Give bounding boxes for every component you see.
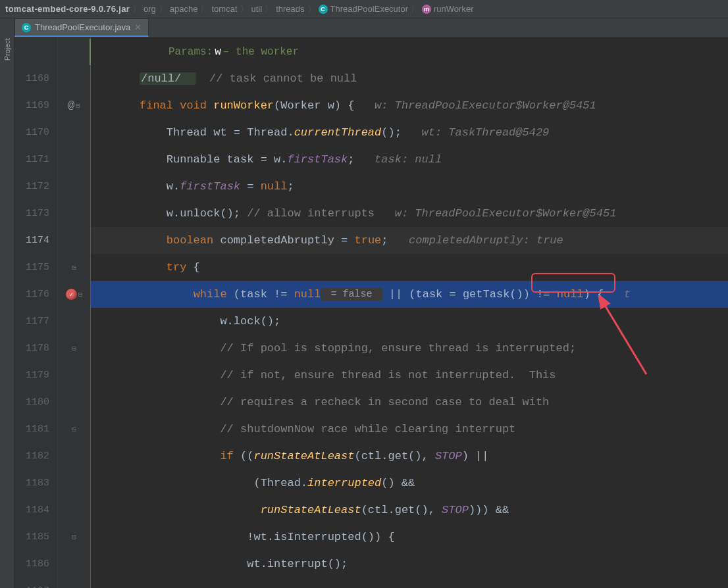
gutter-row[interactable] bbox=[58, 497, 90, 524]
chevron-right-icon: 〉 bbox=[306, 3, 317, 15]
breadcrumb-class-label: ThreadPoolExecutor bbox=[330, 4, 409, 14]
line-number[interactable]: 1185 bbox=[14, 524, 57, 551]
override-icon[interactable]: @ bbox=[68, 99, 74, 112]
breadcrumb-nav[interactable]: tomcat-embed-core-9.0.76.jar 〉 org 〉 apa… bbox=[0, 0, 728, 18]
breadcrumb-method-label: runWorker bbox=[434, 4, 473, 14]
editor-tabbar: C ThreadPoolExecutor.java ✕ bbox=[14, 18, 728, 37]
project-label: Project bbox=[3, 38, 11, 61]
fold-icon[interactable]: ⊟ bbox=[78, 290, 83, 299]
code-line: Thread wt = Thread.currentThread(); wt: … bbox=[91, 119, 728, 146]
gutter-row[interactable] bbox=[58, 200, 90, 227]
gutter-row[interactable] bbox=[58, 173, 90, 200]
breakpoint-icon[interactable]: ✓ bbox=[66, 289, 77, 300]
code-line: Runnable task = w.firstTask; task: null bbox=[91, 146, 728, 173]
line-number[interactable]: 1180 bbox=[14, 389, 57, 416]
gutter-row[interactable]: ⊟ bbox=[58, 416, 90, 443]
breadcrumb-seg[interactable]: util bbox=[250, 4, 264, 14]
param-hint-sticky: Params: w – the worker bbox=[90, 39, 728, 65]
code-line-current: boolean completedAbruptly = true; comple… bbox=[91, 227, 728, 254]
line-number[interactable]: 1170 bbox=[14, 119, 57, 146]
fold-icon[interactable]: ⊟ bbox=[76, 101, 80, 110]
line-number[interactable]: 1182 bbox=[14, 443, 57, 470]
class-icon: C bbox=[319, 5, 328, 14]
svg-line-0 bbox=[604, 303, 646, 374]
gutter: 1168116911701171117211731174117511761177… bbox=[14, 37, 91, 588]
breadcrumb-seg[interactable]: threads bbox=[274, 4, 305, 14]
line-numbers[interactable]: 1168116911701171117211731174117511761177… bbox=[14, 37, 58, 588]
line-number[interactable]: 1187 bbox=[14, 577, 57, 588]
gutter-row[interactable] bbox=[58, 389, 90, 416]
breadcrumb-seg[interactable]: apache bbox=[169, 4, 199, 14]
project-toolwindow-button[interactable]: Project bbox=[0, 18, 14, 588]
gutter-row[interactable] bbox=[58, 577, 90, 588]
editor-tab-active[interactable]: C ThreadPoolExecutor.java ✕ bbox=[14, 18, 149, 37]
gutter-row[interactable] bbox=[58, 308, 90, 335]
class-icon: C bbox=[22, 23, 31, 32]
gutter-row[interactable]: ✓⊟ bbox=[58, 281, 90, 308]
chevron-right-icon: 〉 bbox=[409, 3, 421, 15]
line-number[interactable]: 1184 bbox=[14, 497, 57, 524]
fold-icon[interactable]: ⊟ bbox=[72, 344, 76, 353]
code-line: w.firstTask = null; bbox=[91, 173, 728, 200]
code-editor[interactable]: 1168116911701171117211731174117511761177… bbox=[14, 37, 728, 588]
code-line: final void runWorker(Worker w) { w: Thre… bbox=[91, 92, 728, 119]
gutter-row[interactable]: ⊟ bbox=[58, 524, 90, 551]
line-number[interactable]: 1174 bbox=[14, 227, 57, 254]
gutter-row[interactable] bbox=[58, 443, 90, 470]
line-number[interactable]: 1169 bbox=[14, 92, 57, 119]
chevron-right-icon: 〉 bbox=[239, 3, 250, 15]
line-number[interactable]: 1176 bbox=[14, 281, 57, 308]
gutter-row[interactable] bbox=[58, 362, 90, 389]
gutter-row[interactable]: ⊟ bbox=[58, 335, 90, 362]
method-icon: m bbox=[422, 5, 431, 14]
code-line: !wt.isInterrupted()) { bbox=[91, 524, 728, 551]
code-line: if ((runStateAtLeast(ctl.get(), STOP) || bbox=[91, 443, 728, 470]
gutter-icons[interactable]: @⊟⊟✓⊟⊟⊟⊟ bbox=[58, 37, 91, 588]
fold-icon[interactable]: ⊟ bbox=[72, 263, 76, 272]
code-line: (Thread.interrupted() && bbox=[91, 470, 728, 497]
gutter-row[interactable] bbox=[58, 146, 90, 173]
gutter-row[interactable] bbox=[58, 65, 90, 92]
line-number[interactable]: 1172 bbox=[14, 173, 57, 200]
breadcrumb-method[interactable]: m runWorker bbox=[421, 4, 475, 14]
gutter-row[interactable] bbox=[58, 551, 90, 577]
code-line: // shutdownNow race while clearing inter… bbox=[91, 416, 728, 443]
param-label: Params: bbox=[169, 46, 213, 58]
chevron-right-icon: 〉 bbox=[263, 3, 274, 15]
chevron-right-icon: 〉 bbox=[157, 3, 169, 15]
breadcrumb-seg[interactable]: org bbox=[142, 4, 157, 14]
annotation-highlight-box bbox=[531, 273, 615, 293]
line-number[interactable]: 1183 bbox=[14, 470, 57, 497]
line-number[interactable]: 1181 bbox=[14, 416, 57, 443]
line-number[interactable]: 1186 bbox=[14, 551, 57, 577]
breadcrumb-seg[interactable]: tomcat bbox=[210, 4, 238, 14]
gutter-row[interactable] bbox=[58, 227, 90, 254]
close-icon[interactable]: ✕ bbox=[134, 22, 142, 32]
code-line: w.unlock(); // allow interrupts w: Threa… bbox=[91, 200, 728, 227]
tab-filename: ThreadPoolExecutor.java bbox=[35, 22, 130, 32]
fold-icon[interactable]: ⊟ bbox=[72, 533, 76, 541]
code-line: try { bbox=[91, 254, 728, 281]
code-line: // requires a recheck in second case to … bbox=[91, 389, 728, 416]
code-line: wt.interrupt(); bbox=[91, 551, 728, 577]
annotation-arrow-icon bbox=[594, 295, 660, 387]
gutter-row[interactable]: @⊟ bbox=[58, 92, 90, 119]
line-number[interactable]: 1168 bbox=[14, 65, 57, 92]
gutter-row[interactable]: ⊟ bbox=[58, 254, 90, 281]
line-number[interactable]: 1179 bbox=[14, 362, 57, 389]
line-number[interactable]: 1177 bbox=[14, 308, 57, 335]
line-number[interactable]: 1178 bbox=[14, 335, 57, 362]
code-line: runStateAtLeast(ctl.get(), STOP))) && bbox=[91, 497, 728, 524]
line-number[interactable]: 1175 bbox=[14, 254, 57, 281]
chevron-right-icon: 〉 bbox=[199, 3, 210, 15]
fold-icon[interactable]: ⊟ bbox=[72, 425, 76, 433]
gutter-row[interactable] bbox=[58, 119, 90, 146]
code-line: /null/ // task cannot be null bbox=[91, 65, 728, 92]
breadcrumb-class[interactable]: C ThreadPoolExecutor bbox=[317, 4, 410, 14]
line-number[interactable]: 1173 bbox=[14, 200, 57, 227]
chevron-right-icon: 〉 bbox=[131, 3, 142, 15]
breadcrumb-jar[interactable]: tomcat-embed-core-9.0.76.jar bbox=[4, 4, 131, 14]
gutter-row[interactable] bbox=[58, 470, 90, 497]
line-number[interactable]: 1171 bbox=[14, 146, 57, 173]
